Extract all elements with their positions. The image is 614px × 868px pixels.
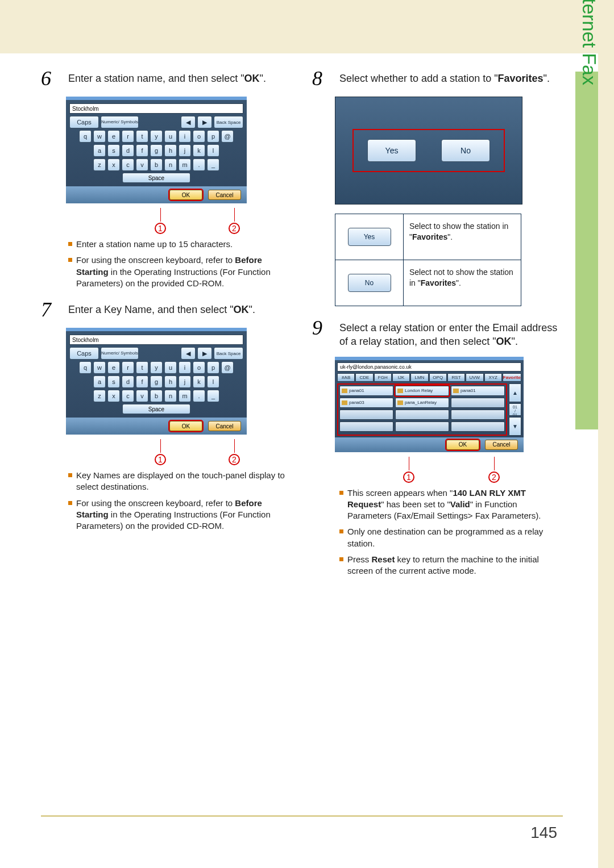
key-f[interactable]: f: [136, 144, 148, 157]
relay-cell[interactable]: pana03: [339, 398, 393, 408]
caps-key[interactable]: Caps: [69, 116, 99, 128]
relay-cell-empty[interactable]: [451, 398, 505, 408]
key-z[interactable]: z: [93, 390, 106, 402]
relay-tab[interactable]: #AB: [337, 373, 355, 382]
relay-tab[interactable]: UVW: [466, 373, 483, 382]
backspace-key[interactable]: Back Space: [214, 347, 243, 360]
key-e[interactable]: e: [107, 361, 120, 374]
ok-button[interactable]: OK: [169, 190, 202, 200]
key-v[interactable]: v: [136, 158, 148, 171]
key-u[interactable]: u: [164, 130, 177, 143]
key-x[interactable]: x: [107, 158, 120, 171]
arrow-right-key[interactable]: ▶: [197, 116, 212, 128]
key-e[interactable]: e: [107, 130, 120, 143]
key-x[interactable]: x: [107, 390, 120, 402]
space-key[interactable]: Space: [122, 173, 190, 183]
relay-cell[interactable]: pana01: [339, 386, 393, 396]
key-m[interactable]: m: [179, 158, 191, 171]
relay-tab[interactable]: OPQ: [429, 373, 447, 382]
key-o[interactable]: o: [193, 361, 205, 374]
key-.[interactable]: .: [193, 158, 205, 171]
key-i[interactable]: i: [179, 130, 191, 143]
key-_[interactable]: _: [207, 390, 219, 402]
relay-tab[interactable]: XYZ: [484, 373, 502, 382]
key-t[interactable]: t: [136, 361, 148, 374]
scroll-up-button[interactable]: ▲: [509, 383, 521, 402]
ok-button[interactable]: OK: [169, 421, 202, 431]
relay-cell-empty[interactable]: [451, 410, 505, 420]
relay-cell[interactable]: pana_LanRelay: [395, 398, 449, 408]
relay-cell[interactable]: pana01: [451, 386, 505, 396]
key-w[interactable]: w: [93, 130, 106, 143]
key-k[interactable]: k: [193, 375, 205, 388]
relay-tab[interactable]: FGH: [374, 373, 392, 382]
space-key[interactable]: Space: [122, 404, 190, 414]
key-y[interactable]: y: [150, 361, 163, 374]
key-p[interactable]: p: [207, 130, 219, 143]
relay-tab[interactable]: Favorite: [503, 373, 521, 382]
key-d[interactable]: d: [122, 375, 134, 388]
arrow-right-key[interactable]: ▶: [197, 347, 212, 360]
key-k[interactable]: k: [193, 144, 205, 157]
scroll-down-button[interactable]: ▼: [509, 417, 521, 436]
key-j[interactable]: j: [179, 375, 191, 388]
key-n[interactable]: n: [164, 390, 177, 402]
key-h[interactable]: h: [164, 144, 177, 157]
key-m[interactable]: m: [179, 390, 191, 402]
ok-button[interactable]: OK: [446, 440, 479, 450]
key-f[interactable]: f: [136, 375, 148, 388]
key-a[interactable]: a: [93, 375, 106, 388]
key-h[interactable]: h: [164, 375, 177, 388]
key-r[interactable]: r: [122, 361, 134, 374]
key-b[interactable]: b: [150, 158, 163, 171]
no-button[interactable]: No: [441, 139, 490, 162]
key-b[interactable]: b: [150, 390, 163, 402]
key-c[interactable]: c: [122, 390, 134, 402]
key-o[interactable]: o: [193, 130, 205, 143]
key-s[interactable]: s: [107, 375, 120, 388]
key-l[interactable]: l: [207, 375, 219, 388]
key-i[interactable]: i: [179, 361, 191, 374]
key-p[interactable]: p: [207, 361, 219, 374]
relay-cell-empty[interactable]: [451, 422, 505, 432]
relay-tab[interactable]: LMN: [410, 373, 428, 382]
relay-tab[interactable]: IJK: [392, 373, 410, 382]
key-c[interactable]: c: [122, 158, 134, 171]
key-d[interactable]: d: [122, 144, 134, 157]
key-g[interactable]: g: [150, 375, 163, 388]
caps-key[interactable]: Caps: [69, 347, 99, 360]
arrow-left-key[interactable]: ◀: [181, 347, 196, 360]
relay-cell-empty[interactable]: [395, 410, 449, 420]
numeric-key[interactable]: Numeric/ Symbols: [101, 116, 139, 128]
key-j[interactable]: j: [179, 144, 191, 157]
key-.[interactable]: .: [193, 390, 205, 402]
key-y[interactable]: y: [150, 130, 163, 143]
key-u[interactable]: u: [164, 361, 177, 374]
relay-tab[interactable]: CDE: [355, 373, 373, 382]
relay-cell[interactable]: London Relay: [395, 386, 449, 396]
yes-button[interactable]: Yes: [367, 139, 416, 162]
key-r[interactable]: r: [122, 130, 134, 143]
key-q[interactable]: q: [79, 130, 92, 143]
key-l[interactable]: l: [207, 144, 219, 157]
key-@[interactable]: @: [221, 130, 234, 143]
key-a[interactable]: a: [93, 144, 106, 157]
cancel-button[interactable]: Cancel: [208, 421, 241, 431]
keyboard-input[interactable]: Stockholm: [69, 335, 243, 345]
relay-cell-empty[interactable]: [395, 422, 449, 432]
relay-address-input[interactable]: uk-rly@london.panasonic.co.uk: [337, 362, 521, 372]
key-s[interactable]: s: [107, 144, 120, 157]
cancel-button[interactable]: Cancel: [208, 190, 241, 200]
key-_[interactable]: _: [207, 158, 219, 171]
key-@[interactable]: @: [221, 361, 234, 374]
relay-tab[interactable]: RST: [447, 373, 465, 382]
numeric-key[interactable]: Numeric/ Symbols: [101, 347, 139, 360]
key-g[interactable]: g: [150, 144, 163, 157]
key-z[interactable]: z: [93, 158, 106, 171]
cancel-button[interactable]: Cancel: [485, 440, 518, 450]
key-n[interactable]: n: [164, 158, 177, 171]
keyboard-input[interactable]: Stockholm: [69, 103, 243, 114]
arrow-left-key[interactable]: ◀: [181, 116, 196, 128]
backspace-key[interactable]: Back Space: [214, 116, 243, 128]
key-w[interactable]: w: [93, 361, 106, 374]
